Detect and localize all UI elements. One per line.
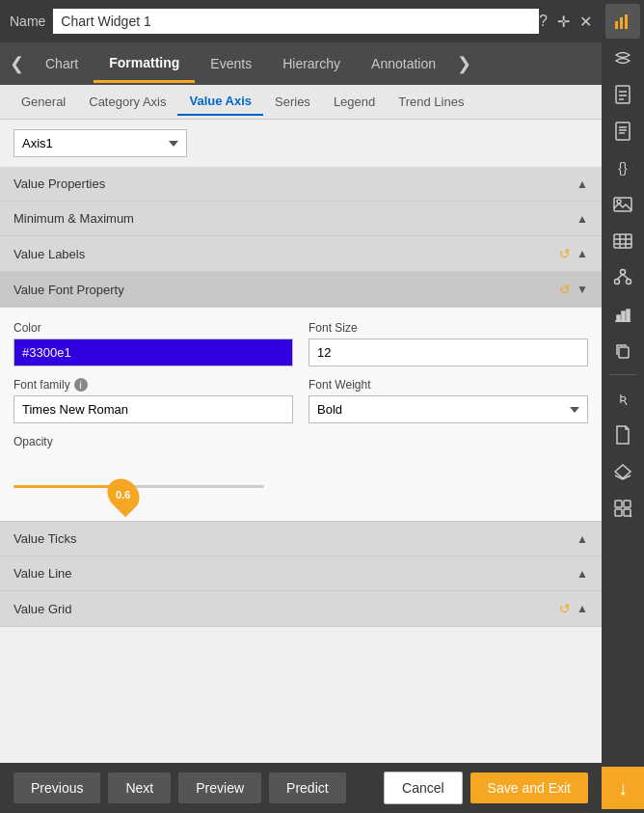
font-size-label: Font Size — [309, 321, 588, 335]
sidebar-icon-grid[interactable] — [605, 41, 640, 75]
svg-rect-28 — [615, 501, 622, 507]
tab-bar: ❮ Chart Formatting Events Hierarchy Anno… — [0, 42, 602, 85]
svg-rect-13 — [614, 234, 631, 248]
value-font-body: Color Font Size Font family i Fon — [0, 308, 602, 522]
section-value-labels[interactable]: Value Labels ↺ — [0, 236, 602, 272]
color-input[interactable] — [13, 339, 293, 366]
sidebar-icon-image[interactable] — [605, 187, 640, 222]
font-size-group: Font Size — [309, 321, 588, 366]
section-value-ticks-title: Value Ticks — [13, 531, 77, 546]
sidebar-icon-hierarchy[interactable] — [605, 260, 640, 295]
font-weight-select[interactable]: Bold Normal Bolder Lighter — [309, 395, 588, 423]
font-family-group: Font family i — [13, 378, 293, 423]
svg-rect-0 — [615, 21, 618, 29]
sidebar-divider — [608, 374, 637, 375]
value-font-refresh-icon[interactable]: ↺ — [559, 282, 571, 297]
section-value-line-icons — [577, 567, 588, 581]
svg-rect-1 — [620, 17, 623, 29]
tab-annotation[interactable]: Annotation — [356, 46, 451, 81]
section-value-line[interactable]: Value Line — [0, 556, 602, 591]
font-family-info-icon[interactable]: i — [74, 378, 88, 392]
section-value-font-icons: ↺ — [559, 282, 588, 297]
slider-thumb-container[interactable]: 0.6 — [109, 477, 138, 512]
section-value-font-title: Value Font Property — [13, 283, 124, 297]
svg-point-20 — [627, 280, 631, 285]
section-value-properties[interactable]: Value Properties — [0, 167, 602, 202]
sidebar-icon-barchart[interactable] — [605, 297, 640, 332]
slider-container: 0.6 — [13, 456, 588, 507]
sidebar-icon-table[interactable] — [605, 224, 640, 258]
subtab-series[interactable]: Series — [263, 89, 322, 115]
next-button[interactable]: Next — [108, 772, 171, 803]
sidebar-download-button[interactable]: ↓ — [602, 767, 644, 809]
section-value-grid-icons: ↺ — [559, 601, 588, 616]
value-labels-refresh-icon[interactable]: ↺ — [559, 246, 571, 261]
move-icon[interactable]: ✛ — [557, 13, 570, 31]
right-sidebar: {} — [602, 0, 644, 813]
font-family-label: Font family i — [13, 378, 293, 392]
slider-thumb[interactable]: 0.6 — [100, 473, 146, 518]
tab-chart[interactable]: Chart — [30, 46, 94, 81]
section-value-font[interactable]: Value Font Property ↺ — [0, 272, 602, 308]
close-icon[interactable]: ✕ — [579, 13, 592, 31]
svg-rect-30 — [615, 509, 622, 516]
section-value-labels-chevron[interactable] — [577, 247, 588, 260]
svg-rect-27 — [619, 347, 629, 358]
save-exit-button[interactable]: Save and Exit — [470, 772, 588, 803]
color-group: Color — [13, 321, 293, 366]
axis-select[interactable]: Axis1 — [13, 129, 187, 157]
svg-rect-24 — [617, 315, 620, 321]
section-value-ticks-icons — [577, 532, 588, 546]
subtab-value-axis[interactable]: Value Axis — [177, 88, 263, 116]
section-min-max[interactable]: Minimum & Maximum — [0, 202, 602, 236]
cancel-button[interactable]: Cancel — [384, 772, 463, 804]
sidebar-icon-rx[interactable]: Ʀ — [605, 381, 640, 416]
value-grid-refresh-icon[interactable]: ↺ — [559, 601, 571, 616]
sidebar-icon-text[interactable] — [605, 114, 640, 149]
section-value-font-chevron[interactable] — [577, 283, 588, 296]
name-input[interactable] — [53, 9, 539, 34]
section-value-ticks[interactable]: Value Ticks — [0, 522, 602, 556]
slider-fill — [13, 485, 114, 488]
section-value-grid-title: Value Grid — [13, 602, 71, 616]
tab-prev-arrow[interactable]: ❮ — [4, 53, 30, 74]
sidebar-icon-doc[interactable] — [605, 77, 640, 112]
section-value-grid[interactable]: Value Grid ↺ — [0, 591, 602, 627]
previous-button[interactable]: Previous — [13, 772, 100, 803]
download-icon: ↓ — [618, 777, 628, 799]
subtab-trend-lines[interactable]: Trend Lines — [387, 89, 475, 115]
tab-next-arrow[interactable]: ❯ — [451, 53, 477, 74]
sidebar-icon-page[interactable] — [605, 418, 640, 452]
predict-button[interactable]: Predict — [269, 772, 346, 803]
sidebar-icon-widgets[interactable] — [605, 491, 640, 526]
svg-rect-7 — [616, 122, 630, 140]
footer: Previous Next Preview Predict Cancel Sav… — [0, 763, 602, 813]
sidebar-icon-layers[interactable] — [605, 454, 640, 489]
section-value-ticks-chevron[interactable] — [577, 532, 588, 546]
section-min-max-chevron[interactable] — [577, 212, 588, 226]
fontfamily-fontweight-row: Font family i Font Weight Bold Normal Bo… — [13, 378, 588, 423]
sidebar-icon-copy[interactable] — [605, 334, 640, 368]
font-family-input[interactable] — [13, 395, 293, 423]
font-size-input[interactable] — [309, 339, 588, 366]
tab-formatting[interactable]: Formatting — [94, 45, 195, 83]
sidebar-icon-code[interactable]: {} — [605, 150, 640, 185]
opacity-row: Opacity 0.6 — [13, 435, 588, 507]
help-icon[interactable]: ? — [539, 13, 548, 30]
subtab-category-axis[interactable]: Category Axis — [77, 89, 177, 115]
preview-button[interactable]: Preview — [178, 772, 261, 803]
sidebar-icon-chart[interactable] — [605, 4, 640, 39]
tab-hierarchy[interactable]: Hierarchy — [267, 46, 356, 81]
section-value-properties-chevron[interactable] — [577, 177, 588, 191]
tab-events[interactable]: Events — [195, 46, 267, 81]
svg-rect-26 — [627, 310, 630, 321]
slider-track — [13, 485, 264, 488]
svg-point-19 — [615, 280, 620, 285]
subtab-legend[interactable]: Legend — [322, 89, 387, 115]
svg-rect-11 — [614, 198, 631, 211]
section-value-grid-chevron[interactable] — [577, 602, 588, 615]
sub-tabs: General Category Axis Value Axis Series … — [0, 85, 602, 120]
section-value-line-chevron[interactable] — [577, 567, 588, 581]
section-value-line-title: Value Line — [13, 566, 71, 581]
subtab-general[interactable]: General — [10, 89, 77, 115]
